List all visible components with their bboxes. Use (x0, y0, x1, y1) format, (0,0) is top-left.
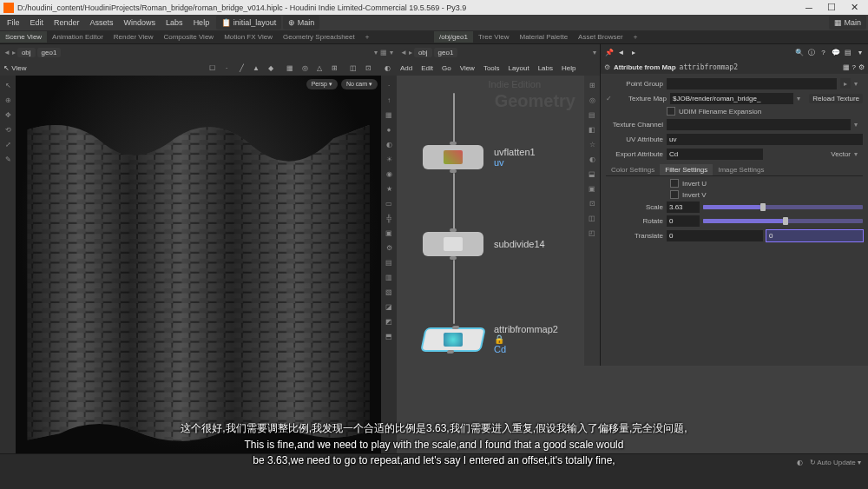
tab-asset-browser[interactable]: Asset Browser (573, 31, 628, 43)
rotate-tool-icon[interactable]: ⟲ (2, 123, 14, 135)
reload-texture-button[interactable]: Reload Texture (809, 94, 863, 103)
menu-render[interactable]: Render (49, 16, 85, 30)
sel-prim-icon[interactable]: ▲ (250, 62, 262, 74)
move-tool-icon[interactable]: ✥ (2, 109, 14, 121)
node-attribfrommap2[interactable]: attribfrommap2 🔒 Cd (423, 324, 558, 354)
channel-dd-icon[interactable]: ▾ (854, 121, 863, 129)
disp-cam-icon[interactable]: ▣ (383, 227, 395, 239)
sel-object-icon[interactable]: ☐ (206, 62, 218, 74)
crumb-obj[interactable]: obj (17, 48, 36, 57)
menu-edit[interactable]: Edit (25, 16, 49, 30)
desktop-preset-2[interactable]: ⊕ Main (283, 16, 319, 30)
menu-file[interactable]: File (2, 16, 25, 30)
nav-back-icon[interactable]: ◄ (3, 49, 10, 56)
disp-lighting-icon[interactable]: ☀ (383, 153, 395, 165)
net-crumb-geo1[interactable]: geo1 (434, 48, 458, 57)
ortho-icon[interactable]: ⊡ (362, 62, 374, 74)
sel-point-icon[interactable]: · (220, 62, 233, 74)
uv-attr-input[interactable] (667, 134, 863, 145)
tab-add-right[interactable]: ＋ (628, 30, 642, 43)
scale-tool-icon[interactable]: ⤢ (2, 138, 14, 150)
texture-channel-input[interactable] (667, 119, 851, 130)
close-button[interactable]: ✕ (844, 2, 865, 14)
viewport-cam-badge[interactable]: No cam ▾ (341, 79, 378, 89)
disp-normals-icon[interactable]: ↑ (383, 94, 395, 106)
tab-composite-view[interactable]: Composite View (158, 31, 219, 43)
tab-network-view[interactable]: /obj/geo1 (434, 31, 473, 43)
tab-filter-settings[interactable]: Filter Settings (660, 164, 713, 175)
gear-icon[interactable]: ⚙ (604, 63, 610, 71)
viewport-persp-badge[interactable]: Persp ▾ (306, 79, 338, 89)
tab-motionfx-view[interactable]: Motion FX View (219, 31, 278, 43)
texture-chooser-icon[interactable]: ▾ (797, 95, 806, 102)
net-tool-f-icon[interactable]: ◐ (586, 153, 598, 165)
comment-icon[interactable]: 💬 (831, 48, 840, 57)
pane-menu-icon[interactable]: ▾ (390, 49, 393, 56)
maximize-button[interactable]: ☐ (821, 2, 842, 14)
disp-a-icon[interactable]: ▤ (383, 256, 395, 268)
net-menu-tools[interactable]: Tools (483, 64, 500, 72)
texture-picker-icon[interactable]: ✓ (606, 95, 615, 102)
desktop-current[interactable]: ▦ Main (829, 16, 866, 30)
cplane-icon[interactable]: ◫ (347, 62, 359, 74)
scale-slider[interactable] (703, 203, 863, 212)
net-tool-j-icon[interactable]: ◫ (586, 212, 598, 224)
translate-y-input[interactable] (766, 230, 863, 241)
disp-wire-icon[interactable]: ▦ (383, 109, 395, 121)
minimize-button[interactable]: ─ (799, 2, 819, 14)
node-uvflatten1[interactable]: uvflatten1 uv (423, 145, 536, 169)
rotate-input[interactable] (667, 215, 700, 227)
crumb-geo1[interactable]: geo1 (37, 48, 62, 57)
menu-assets[interactable]: Assets (85, 16, 119, 30)
invert-v-checkbox[interactable] (670, 190, 679, 199)
tab-animation-editor[interactable]: Animation Editor (47, 31, 108, 43)
disp-grid-icon[interactable]: ╬ (383, 212, 395, 224)
select-tool-icon[interactable]: ↖ (2, 79, 14, 91)
tab-render-view[interactable]: Render View (108, 31, 159, 43)
path-dropdown-icon[interactable]: ▾ (374, 49, 378, 56)
net-menu-go[interactable]: Go (442, 64, 451, 72)
tab-image-settings[interactable]: Image Settings (713, 164, 769, 175)
rotate-slider[interactable] (703, 217, 863, 226)
network-editor-lower[interactable] (397, 366, 868, 453)
tab-geo-spreadsheet[interactable]: Geometry Spreadsheet (278, 31, 360, 43)
flag-gear-icon[interactable]: ⚙ (858, 63, 865, 71)
texture-map-input[interactable] (670, 93, 793, 104)
disp-ghost-icon[interactable]: ◐ (383, 138, 395, 150)
net-tool-e-icon[interactable]: ☆ (586, 138, 598, 150)
flag-help-icon[interactable]: ? (852, 63, 856, 71)
nav-fwd-icon[interactable]: ▸ (628, 48, 638, 57)
disp-hq-icon[interactable]: ★ (383, 182, 395, 195)
brush-tool-icon[interactable]: ✎ (2, 153, 14, 165)
net-tool-d-icon[interactable]: ◧ (586, 123, 598, 135)
translate-x-input[interactable] (667, 230, 763, 241)
nav-fwd-icon[interactable]: ▸ (12, 49, 16, 56)
net-path-menu-icon[interactable]: ▾ (593, 49, 596, 56)
net-tool-h-icon[interactable]: ▣ (586, 182, 598, 195)
disp-bg-icon[interactable]: ▭ (383, 197, 395, 209)
net-tool-c-icon[interactable]: ▤ (586, 109, 598, 121)
pin-icon[interactable]: 📌 (604, 48, 614, 57)
sel-edge-icon[interactable]: ╱ (235, 62, 247, 74)
net-back-icon[interactable]: ◄ (400, 49, 407, 56)
invert-u-checkbox[interactable] (670, 179, 679, 188)
scale-input[interactable] (667, 202, 700, 213)
net-tool-b-icon[interactable]: ◎ (586, 94, 598, 106)
tab-material-palette[interactable]: Material Palette (515, 31, 574, 43)
export-type-dd-icon[interactable]: ▾ (854, 150, 863, 158)
net-menu-help[interactable]: Help (562, 64, 575, 72)
net-tool-a-icon[interactable]: ⊞ (586, 79, 598, 91)
disp-shaded-icon[interactable]: ● (383, 123, 395, 135)
net-crumb-obj[interactable]: obj (414, 48, 432, 57)
net-menu-add[interactable]: Add (400, 64, 412, 72)
help-icon[interactable]: ? (819, 48, 828, 57)
path-grid-icon[interactable]: ▦ (380, 49, 387, 56)
disp-f-icon[interactable]: ⬒ (383, 330, 395, 342)
preset-icon[interactable]: ▤ (843, 48, 852, 57)
sel-vert-icon[interactable]: ◆ (265, 62, 277, 74)
net-menu-labs[interactable]: Labs (538, 64, 553, 72)
menu-labs[interactable]: Labs (161, 16, 188, 30)
tab-color-settings[interactable]: Color Settings (606, 164, 660, 175)
desktop-preset-1[interactable]: 📋 initial_layout (216, 16, 281, 30)
menu-help[interactable]: Help (188, 16, 215, 30)
